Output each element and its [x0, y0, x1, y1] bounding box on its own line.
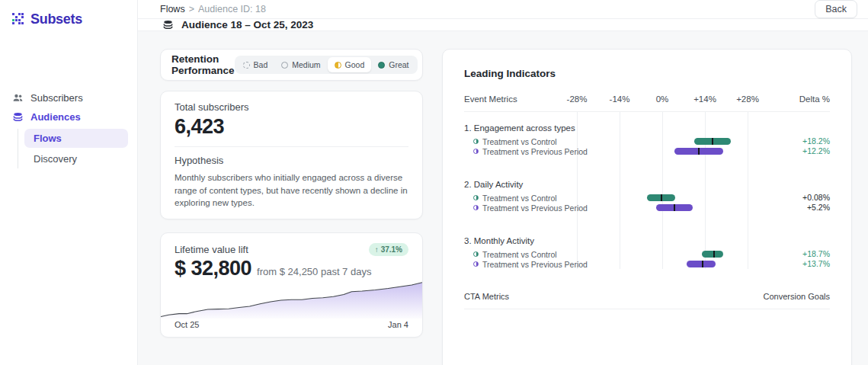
- delta-header: Delta %: [799, 94, 830, 104]
- indicator-row: Treatment vs Previous Period+5.2%: [464, 203, 830, 213]
- axis-tick-label: -28%: [567, 94, 588, 104]
- retention-option-label: Bad: [254, 60, 268, 69]
- indicator-row: Treatment vs Control+18.2%: [464, 136, 830, 146]
- sidebar-item-audiences[interactable]: Audiences: [12, 107, 128, 126]
- retention-option-label: Medium: [292, 60, 320, 69]
- chart-x-start-label: Oct 25: [175, 320, 199, 329]
- indicator-label: Treatment vs Control: [482, 250, 557, 259]
- half-circle-icon: [473, 251, 479, 257]
- retention-title: Retention Performance: [171, 53, 235, 76]
- event-metrics-header: Event Metrics: [464, 94, 517, 104]
- leading-indicators-chart: 1. Engagement across typesTreatment vs C…: [464, 112, 830, 269]
- retention-option-great[interactable]: Great: [371, 57, 415, 72]
- brand-logo[interactable]: Subsets: [12, 11, 137, 27]
- axis-tick-label: 0%: [656, 94, 669, 104]
- filled-green-circle-icon: [378, 62, 385, 69]
- axis-tick-label: +14%: [693, 94, 716, 104]
- median-tick: [661, 194, 662, 201]
- range-bar[interactable]: [656, 204, 693, 211]
- axis-tick-label: +28%: [736, 94, 759, 104]
- range-bar[interactable]: [647, 194, 675, 201]
- delta-value: +12.2%: [802, 146, 830, 156]
- metric-group: 1. Engagement across typesTreatment vs C…: [464, 123, 830, 156]
- outline-circle-icon: [281, 62, 288, 69]
- lifetime-value-subtext: from $ 24,250 past 7 days: [257, 266, 371, 277]
- conversion-goals-label[interactable]: Conversion Goals: [764, 292, 830, 301]
- median-tick: [713, 251, 715, 258]
- metric-group-title: 2. Daily Activity: [464, 179, 830, 191]
- total-subscribers-value: 6,423: [175, 115, 408, 139]
- delta-value: +0.08%: [802, 193, 830, 203]
- sidebar-item-label: Subscribers: [30, 92, 83, 104]
- main-area: Flows > Audience ID: 18 Back Audience 18…: [138, 0, 868, 365]
- sidebar-item-label: Audiences: [30, 111, 81, 123]
- delta-value: +18.2%: [802, 136, 830, 146]
- lifetime-value-amount: $ 32,800: [175, 257, 251, 280]
- dashed-circle-icon: [243, 62, 250, 69]
- indicator-row: Treatment vs Control+18.7%: [464, 249, 830, 259]
- leading-indicators-title: Leading Indicators: [464, 68, 830, 79]
- retention-segmented-control: BadMediumGoodGreat: [235, 56, 418, 74]
- half-yellow-circle-icon: [335, 62, 341, 69]
- indicator-label: Treatment vs Control: [482, 137, 557, 146]
- total-subscribers-label: Total subscribers: [175, 101, 408, 113]
- range-bar[interactable]: [702, 251, 723, 258]
- layers-icon: [12, 111, 24, 123]
- indicator-row: Treatment vs Previous Period+12.2%: [464, 146, 830, 156]
- breadcrumb-root[interactable]: Flows: [160, 4, 185, 14]
- content: Retention Performance BadMediumGoodGreat…: [138, 31, 868, 365]
- metric-group-title: 3. Monthly Activity: [464, 235, 830, 247]
- hypothesis-text: Monthly subscribers who initially engage…: [175, 171, 408, 210]
- half-circle-icon: [473, 195, 479, 200]
- retention-option-bad[interactable]: Bad: [236, 57, 275, 72]
- lifetime-value-label: Lifetime value lift: [175, 244, 248, 255]
- total-subscribers-card: Total subscribers 6,423 Hypothesis Month…: [160, 91, 423, 219]
- audience-subheader: Audience 18 – Oct 25, 2023: [138, 19, 868, 31]
- range-bar[interactable]: [674, 148, 723, 155]
- retention-option-label: Great: [389, 60, 408, 69]
- range-bar[interactable]: [687, 261, 716, 267]
- half-circle-icon: [473, 139, 479, 144]
- indicator-label: Treatment vs Previous Period: [482, 147, 588, 156]
- sidebar-item-subscribers[interactable]: Subscribers: [12, 88, 128, 107]
- card-divider: [175, 146, 408, 147]
- layers-icon: [162, 19, 174, 30]
- brand-name: Subsets: [30, 11, 82, 27]
- topbar: Flows > Audience ID: 18 Back: [138, 0, 868, 19]
- lifetime-value-area-chart: [161, 282, 422, 319]
- sidebar-nav: Subscribers Audiences Flows Discovery: [12, 88, 137, 168]
- indicator-label: Treatment vs Control: [482, 194, 557, 203]
- retention-performance-card: Retention Performance BadMediumGoodGreat: [160, 49, 423, 81]
- median-tick: [698, 148, 700, 155]
- left-column: Retention Performance BadMediumGoodGreat…: [160, 49, 423, 365]
- leading-indicators-footer: CTA Metrics Conversion Goals: [464, 292, 830, 309]
- median-tick: [702, 261, 703, 267]
- delta-value: +13.7%: [802, 259, 830, 269]
- metric-group-title: 1. Engagement across types: [464, 123, 830, 134]
- retention-option-good[interactable]: Good: [328, 57, 372, 72]
- median-tick: [674, 204, 675, 211]
- audiences-subnav: Flows Discovery: [18, 129, 128, 168]
- metric-group: 3. Monthly ActivityTreatment vs Control+…: [464, 235, 830, 269]
- cta-metrics-label[interactable]: CTA Metrics: [464, 292, 509, 301]
- chart-x-end-label: Jan 4: [388, 320, 408, 329]
- half-circle-icon: [473, 205, 479, 210]
- retention-option-medium[interactable]: Medium: [274, 57, 327, 72]
- range-bar[interactable]: [694, 138, 731, 145]
- leading-indicators-header: Event Metrics Delta % -28%-14%0%+14%+28%: [464, 94, 830, 107]
- median-tick: [712, 138, 713, 145]
- delta-value: +18.7%: [802, 249, 830, 259]
- breadcrumb-separator: >: [189, 4, 194, 14]
- sidebar-item-flows[interactable]: Flows: [24, 129, 128, 148]
- indicator-row: Treatment vs Control+0.08%: [464, 193, 830, 203]
- sidebar: Subsets Subscribers Audien: [0, 0, 138, 365]
- indicator-label: Treatment vs Previous Period: [482, 260, 588, 269]
- lifetime-value-card: Lifetime value lift ↑ 37.1% $ 32,800 fro…: [160, 232, 423, 338]
- users-icon: [12, 92, 24, 104]
- retention-option-label: Good: [345, 60, 365, 69]
- hypothesis-label: Hypothesis: [175, 155, 408, 166]
- lift-percent-badge: ↑ 37.1%: [369, 243, 408, 256]
- sidebar-item-discovery[interactable]: Discovery: [24, 149, 128, 168]
- metric-group: 2. Daily ActivityTreatment vs Control+0.…: [464, 179, 830, 213]
- back-button[interactable]: Back: [815, 0, 857, 18]
